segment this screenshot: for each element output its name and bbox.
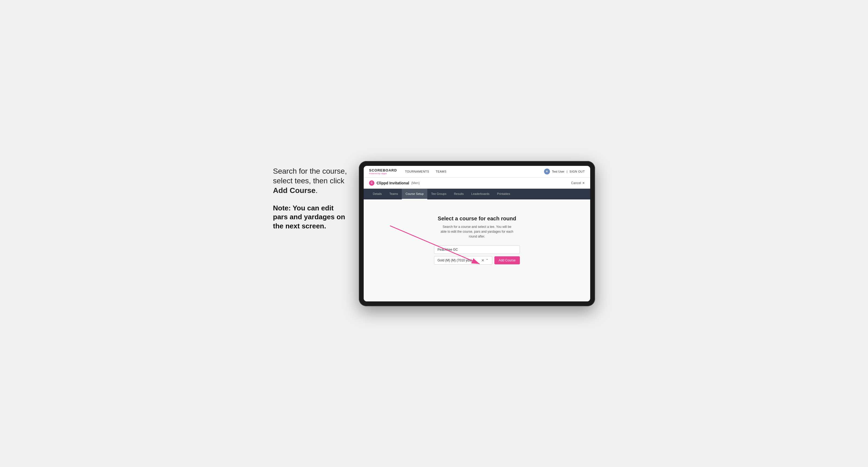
tee-select-row: Gold (M) (M) (7010 yds) ✕ ⌃ Add Course — [434, 256, 520, 264]
tab-leaderboards[interactable]: Leaderboards — [468, 189, 493, 199]
tournament-name: Clippd Invitational — [377, 181, 409, 185]
nav-separator: | — [566, 170, 567, 173]
tee-select-value: Gold (M) (M) (7010 yds) — [437, 258, 472, 262]
page-wrapper: Search for the course, select tees, then… — [273, 161, 595, 306]
instruction-text: Search for the course, select tees, then… — [273, 166, 348, 196]
tablet-frame: SCOREBOARD Powered by clippd TOURNAMENTS… — [359, 161, 595, 306]
logo-area: SCOREBOARD Powered by clippd — [369, 168, 397, 175]
tournament-icon: C — [369, 180, 374, 186]
user-avatar: R — [544, 168, 550, 175]
tournament-header: C Clippd Invitational (Men) Cancel ✕ — [364, 178, 590, 189]
tab-details[interactable]: Details — [369, 189, 386, 199]
course-search-input[interactable] — [434, 245, 520, 254]
tab-results[interactable]: Results — [450, 189, 468, 199]
logo-title: SCOREBOARD — [369, 168, 397, 172]
tab-bar: Details Teams Course Setup Tee Groups Re… — [364, 189, 590, 199]
tournament-gender: (Men) — [411, 181, 420, 185]
course-select-description: Search for a course and select a tee. Yo… — [439, 224, 515, 239]
tee-select[interactable]: Gold (M) (M) (7010 yds) ✕ ⌃ — [434, 256, 492, 264]
cancel-icon: ✕ — [582, 181, 585, 185]
tablet-screen: SCOREBOARD Powered by clippd TOURNAMENTS… — [364, 166, 590, 302]
nav-links: TOURNAMENTS TEAMS — [405, 170, 544, 173]
tee-clear-button[interactable]: ✕ — [481, 258, 485, 262]
cancel-button[interactable]: Cancel ✕ — [571, 181, 585, 185]
logo-subtitle: Powered by clippd — [369, 172, 397, 175]
nav-right: R Test User | Sign out — [544, 168, 585, 175]
nav-teams[interactable]: TEAMS — [436, 170, 446, 173]
sign-out-link[interactable]: Sign out — [569, 170, 585, 173]
instruction-bold: Add Course — [273, 186, 316, 195]
tab-tee-groups[interactable]: Tee Groups — [427, 189, 450, 199]
note-text: Note: You can edit pars and yardages on … — [273, 204, 348, 231]
add-course-button[interactable]: Add Course — [494, 256, 520, 264]
tournament-title-area: C Clippd Invitational (Men) — [369, 180, 420, 186]
tee-select-controls: ✕ ⌃ — [481, 258, 489, 262]
tee-chevron-button[interactable]: ⌃ — [486, 258, 489, 262]
tab-course-setup[interactable]: Course Setup — [402, 189, 427, 199]
tablet-container: SCOREBOARD Powered by clippd TOURNAMENTS… — [359, 161, 595, 306]
cancel-label: Cancel — [571, 181, 581, 185]
sidebar-instructions: Search for the course, select tees, then… — [273, 161, 348, 237]
tab-teams[interactable]: Teams — [386, 189, 402, 199]
tab-printables[interactable]: Printables — [493, 189, 514, 199]
course-select-title: Select a course for each round — [438, 216, 516, 222]
navbar: SCOREBOARD Powered by clippd TOURNAMENTS… — [364, 166, 590, 178]
user-name: Test User — [552, 170, 564, 173]
nav-tournaments[interactable]: TOURNAMENTS — [405, 170, 429, 173]
main-content: Select a course for each round Search fo… — [364, 199, 590, 302]
tournament-icon-letter: C — [371, 181, 373, 184]
